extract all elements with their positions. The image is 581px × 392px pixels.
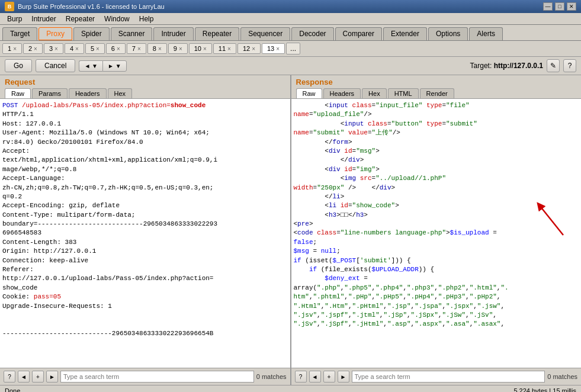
request-next-btn[interactable]: + [32,371,44,383]
toolbar: Go Cancel ◄ ▼ ► ▼ Target: http://127.0.0… [0,57,581,75]
target-label: Target: http://127.0.0.1 [470,62,543,70]
response-search-input[interactable] [352,371,545,383]
tab-repeater[interactable]: Repeater [195,27,239,40]
subtab-11[interactable]: 11 × [213,43,236,54]
subtab-10[interactable]: 10 × [189,43,212,54]
tab-extender[interactable]: Extender [383,27,427,40]
response-header: Response Raw Headers Hex HTML Render [291,75,582,99]
subtab-8[interactable]: 8 × [147,43,167,54]
back-button[interactable]: ◄ ▼ [79,60,102,72]
close-subtab-11[interactable]: × [227,46,231,52]
subtab-3[interactable]: 3 × [44,43,63,54]
subtab-13[interactable]: 13 × [262,43,285,54]
close-subtab-9[interactable]: × [179,46,182,52]
response-help-btn[interactable]: ? [295,371,307,383]
close-subtab-10[interactable]: × [203,46,207,52]
request-content: POST /upload-labs/Pass-05/index.php?acti… [0,99,290,368]
edit-target-button[interactable]: ✎ [547,59,560,72]
subtab-6[interactable]: 6 × [106,43,126,54]
close-button[interactable]: ✕ [567,2,576,11]
request-help-btn[interactable]: ? [4,371,15,383]
titlebar: B Burp Suite Professional v1.6 - license… [0,0,581,13]
close-subtab-3[interactable]: × [54,46,58,52]
close-subtab-1[interactable]: × [13,46,17,52]
subtab-more[interactable]: ... [286,43,300,54]
maximize-button[interactable]: □ [555,2,564,11]
subtab-12[interactable]: 12 × [237,43,261,54]
subtab-7[interactable]: 7 × [127,43,146,54]
go-button[interactable]: Go [5,59,32,72]
close-subtab-6[interactable]: × [117,46,120,52]
app-icon: B [5,2,14,11]
response-tab-headers[interactable]: Headers [323,88,361,98]
request-header: Request Raw Params Headers Hex [0,75,290,99]
close-subtab-8[interactable]: × [158,46,162,52]
tab-target[interactable]: Target [2,27,37,40]
subtab-4[interactable]: 4 × [65,43,84,54]
app-title: Burp Suite Professional v1.6 - licensed … [18,3,543,10]
subtab-5[interactable]: 5 × [85,43,105,54]
menu-help[interactable]: Help [134,14,159,24]
menu-burp[interactable]: Burp [2,14,27,24]
tab-options[interactable]: Options [428,27,468,40]
request-options-btn[interactable]: ► [46,371,58,383]
response-tab-render[interactable]: Render [420,88,454,98]
close-subtab-7[interactable]: × [137,46,141,52]
tab-scanner[interactable]: Scanner [111,27,153,40]
response-search-bar: ? ◄ + ► 0 matches [291,368,582,385]
request-tab-headers[interactable]: Headers [69,88,107,98]
cancel-button[interactable]: Cancel [36,59,75,72]
response-tab-raw[interactable]: Raw [296,88,322,98]
tab-decoder[interactable]: Decoder [291,27,333,40]
close-subtab-12[interactable]: × [252,46,255,52]
nav-arrows: ◄ ▼ ► ▼ [79,60,126,72]
panels: Request Raw Params Headers Hex POST /upl… [0,75,581,385]
close-subtab-5[interactable]: × [96,46,99,52]
tab-spider[interactable]: Spider [73,27,110,40]
request-tabs: Raw Params Headers Hex [5,88,285,98]
request-prev-btn[interactable]: ◄ [18,371,30,383]
request-panel: Request Raw Params Headers Hex POST /upl… [0,75,291,385]
response-content: <input class="input_file" type="file" na… [291,99,582,368]
close-subtab-13[interactable]: × [276,46,280,52]
menu-window[interactable]: Window [99,14,134,24]
forward-button[interactable]: ► ▼ [102,60,127,72]
subtab-1[interactable]: 1 × [2,43,22,54]
minimize-button[interactable]: — [543,2,553,11]
response-tab-hex[interactable]: Hex [362,88,387,98]
close-subtab-2[interactable]: × [34,46,37,52]
request-tab-raw[interactable]: Raw [5,88,31,98]
request-tab-hex[interactable]: Hex [108,88,133,98]
request-search-input[interactable] [60,371,254,383]
status-left: Done [5,387,20,393]
main-content: Go Cancel ◄ ▼ ► ▼ Target: http://127.0.0… [0,57,581,392]
subtab-2[interactable]: 2 × [23,43,43,54]
menu-intruder[interactable]: Intruder [27,14,60,24]
subtab-9[interactable]: 9 × [168,43,188,54]
tab-sequencer[interactable]: Sequencer [240,27,290,40]
tab-proxy[interactable]: Proxy [38,27,72,40]
help-button[interactable]: ? [563,59,576,72]
response-options-btn[interactable]: ► [338,371,349,383]
menu-repeater[interactable]: Repeater [61,14,99,24]
menubar: Burp Intruder Repeater Window Help [0,13,581,25]
tab-alerts[interactable]: Alerts [469,27,503,40]
subtabs: 1 × 2 × 3 × 4 × 5 × 6 × 7 × 8 × 9 × 10 ×… [0,41,581,57]
request-tab-params[interactable]: Params [32,88,68,98]
nav-tabs: Target Proxy Spider Scanner Intruder Rep… [0,25,581,41]
status-right: 5,224 bytes | 15 millis [513,387,576,393]
tab-intruder[interactable]: Intruder [153,27,193,40]
window-controls: — □ ✕ [543,2,576,11]
response-panel: Response Raw Headers Hex HTML Render <in… [291,75,582,385]
response-prev-btn[interactable]: ◄ [309,371,321,383]
response-title: Response [296,78,577,86]
close-subtab-4[interactable]: × [75,46,79,52]
response-tabs: Raw Headers Hex HTML Render [296,88,577,98]
target-url: http://127.0.0.1 [494,62,543,70]
statusbar: Done 5,224 bytes | 15 millis [0,385,581,392]
tab-comparer[interactable]: Comparer [335,27,382,40]
request-title: Request [5,78,285,86]
request-search-bar: ? ◄ + ► 0 matches [0,368,290,385]
response-tab-html[interactable]: HTML [388,88,419,98]
response-next-btn[interactable]: + [323,371,335,383]
